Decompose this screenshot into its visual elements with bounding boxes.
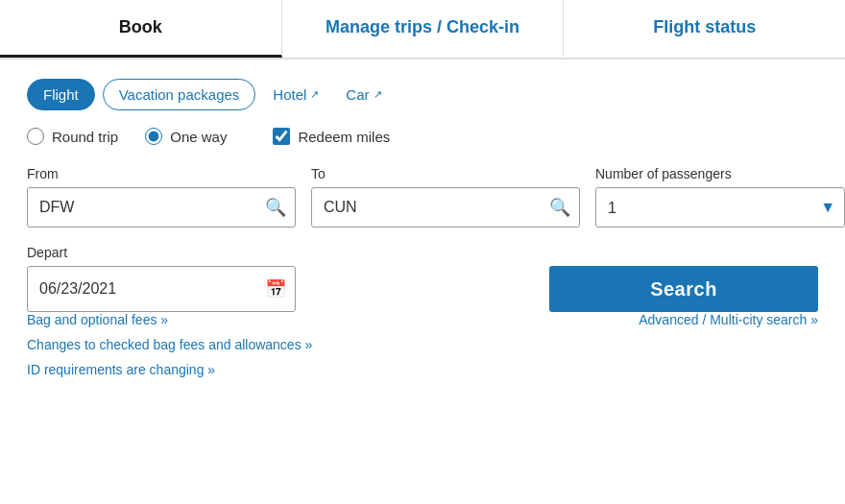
- depart-search-wrapper: Depart 📅 Search: [27, 245, 818, 312]
- top-navigation: Book Manage trips / Check-in Flight stat…: [0, 0, 845, 60]
- bag-fees-link[interactable]: Bag and optional fees »: [27, 312, 168, 327]
- search-button[interactable]: Search: [549, 266, 818, 312]
- depart-field-group: Depart 📅: [27, 245, 296, 312]
- depart-input-wrapper: 📅: [27, 266, 296, 312]
- checked-bag-link[interactable]: Changes to checked bag fees and allowanc…: [27, 337, 312, 352]
- bottom-links-row-2: Changes to checked bag fees and allowanc…: [27, 337, 818, 352]
- id-requirements-link[interactable]: ID requirements are changing »: [27, 362, 215, 377]
- tab-book[interactable]: Book: [0, 0, 282, 58]
- from-label: From: [27, 166, 296, 181]
- trip-options-row: Round trip One way Redeem miles: [27, 128, 818, 145]
- one-way-option[interactable]: One way: [145, 128, 227, 145]
- bottom-links-row-3: ID requirements are changing »: [27, 362, 818, 377]
- from-field-group: From 🔍: [27, 166, 296, 228]
- passengers-field-group: Number of passengers 1 2 3 4 5 ▼: [595, 166, 845, 228]
- car-external-icon: ↗: [374, 88, 382, 101]
- subnav-vacation[interactable]: Vacation packages: [103, 79, 256, 110]
- passengers-select[interactable]: 1 2 3 4 5: [595, 187, 845, 228]
- advanced-search-link[interactable]: Advanced / Multi-city search »: [639, 312, 818, 327]
- subnav-flight[interactable]: Flight: [27, 79, 95, 110]
- tab-flight-status[interactable]: Flight status: [564, 0, 845, 58]
- hotel-external-icon: ↗: [310, 88, 319, 101]
- redeem-miles-option[interactable]: Redeem miles: [273, 128, 390, 145]
- bottom-links: Bag and optional fees » Advanced / Multi…: [27, 312, 818, 377]
- redeem-miles-checkbox[interactable]: [273, 128, 290, 145]
- passengers-select-wrapper: 1 2 3 4 5 ▼: [595, 187, 845, 228]
- one-way-radio[interactable]: [145, 128, 162, 145]
- to-input[interactable]: [311, 187, 580, 228]
- passengers-label: Number of passengers: [595, 166, 845, 181]
- round-trip-radio[interactable]: [27, 128, 44, 145]
- from-input[interactable]: [27, 187, 296, 228]
- depart-label: Depart: [27, 245, 296, 260]
- bottom-links-row-1: Bag and optional fees » Advanced / Multi…: [27, 312, 818, 327]
- depart-date-input[interactable]: [27, 266, 296, 312]
- subnav-car[interactable]: Car ↗: [336, 80, 391, 109]
- to-field-group: To 🔍: [311, 166, 580, 228]
- main-content: Flight Vacation packages Hotel ↗ Car ↗ R…: [0, 60, 845, 396]
- from-input-wrapper: 🔍: [27, 187, 296, 228]
- to-label: To: [311, 166, 580, 181]
- main-fields-row: From 🔍 To 🔍 Number of passengers 1 2 3: [27, 166, 818, 228]
- sub-navigation: Flight Vacation packages Hotel ↗ Car ↗: [27, 79, 818, 110]
- subnav-hotel[interactable]: Hotel ↗: [263, 80, 328, 109]
- to-input-wrapper: 🔍: [311, 187, 580, 228]
- round-trip-option[interactable]: Round trip: [27, 128, 118, 145]
- tab-manage-trips[interactable]: Manage trips / Check-in: [282, 0, 565, 58]
